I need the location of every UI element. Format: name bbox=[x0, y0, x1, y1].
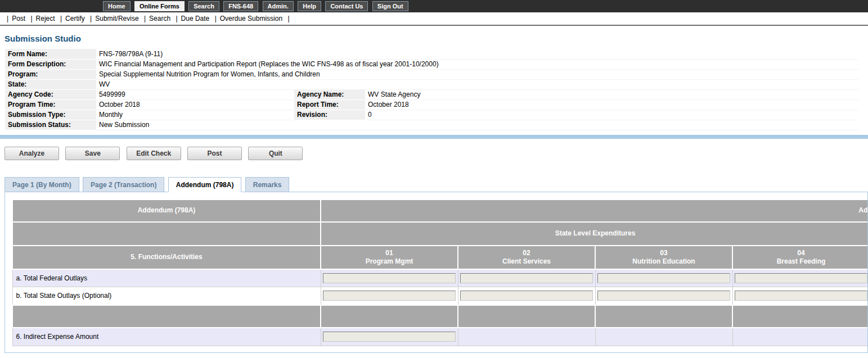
cell-a-03 bbox=[595, 269, 732, 287]
edit-check-button[interactable]: Edit Check bbox=[127, 147, 181, 160]
column-name: Breast Feeding bbox=[777, 257, 826, 265]
addendum-title-cell: Addendum (798A) bbox=[12, 200, 321, 222]
program-time-value: October 2018 bbox=[96, 99, 294, 110]
form-name-label: Form Name: bbox=[5, 49, 96, 59]
input-total-state-outlays-04[interactable] bbox=[735, 291, 867, 301]
menu-separator: | bbox=[144, 15, 146, 22]
detail-row: Program Time: October 2018 Report Time: … bbox=[5, 99, 858, 110]
cell-indirect-04 bbox=[732, 328, 868, 346]
save-button[interactable]: Save bbox=[65, 147, 120, 160]
state-label: State: bbox=[5, 79, 96, 89]
menu-separator: | bbox=[287, 15, 289, 22]
tab-page-1-by-month[interactable]: Page 1 (By Month) bbox=[5, 177, 79, 192]
cell-a-01 bbox=[321, 269, 458, 287]
nav-home[interactable]: Home bbox=[103, 1, 131, 11]
program-label: Program: bbox=[5, 69, 96, 79]
agency-name-value: WV State Agency bbox=[365, 89, 858, 99]
menu-separator: | bbox=[176, 15, 177, 22]
input-total-state-outlays-01[interactable] bbox=[323, 291, 456, 301]
detail-row: State: WV bbox=[5, 79, 858, 89]
row-indirect-expense: 6. Indirect Expense Amount bbox=[12, 328, 868, 346]
cell-indirect-01 bbox=[321, 328, 458, 346]
menu-reject[interactable]: Reject bbox=[36, 15, 55, 22]
column-name: Nutrition Education bbox=[632, 257, 695, 265]
menu-search[interactable]: Search bbox=[149, 15, 170, 22]
form-description-label: Form Description: bbox=[5, 59, 96, 69]
quit-button[interactable]: Quit bbox=[248, 147, 303, 160]
input-total-federal-outlays-02[interactable] bbox=[460, 273, 593, 283]
submission-details-table: Form Name: FNS-798/798A (9-11) Form Desc… bbox=[5, 49, 858, 130]
input-total-federal-outlays-03[interactable] bbox=[597, 273, 730, 283]
input-total-federal-outlays-01[interactable] bbox=[323, 273, 456, 283]
column-code: 02 bbox=[523, 249, 530, 257]
submission-status-value: New Submission bbox=[96, 120, 858, 130]
revision-label: Revision: bbox=[294, 110, 365, 120]
empty-header-cell bbox=[12, 222, 321, 246]
nav-sign-out[interactable]: Sign Out bbox=[372, 1, 408, 11]
menu-due-date[interactable]: Due Date bbox=[181, 15, 210, 22]
nav-online-forms[interactable]: Online Forms bbox=[134, 1, 185, 11]
program-time-label: Program Time: bbox=[5, 99, 96, 110]
toolbar: Analyze Save Edit Check Post Quit bbox=[5, 147, 868, 160]
input-total-state-outlays-03[interactable] bbox=[597, 291, 730, 301]
spacer-cell bbox=[458, 305, 595, 328]
cell-indirect-03 bbox=[595, 328, 732, 346]
column-header-01: 01Program Mgmt bbox=[321, 246, 458, 269]
nav-admin[interactable]: Admin. bbox=[263, 1, 294, 11]
agency-code-value: 5499999 bbox=[96, 89, 294, 99]
program-value: Special Supplemental Nutrition Program f… bbox=[96, 69, 858, 79]
menu-submit-revise[interactable]: Submit/Revise bbox=[95, 15, 138, 22]
functions-activities-header: 5. Functions/Activities bbox=[12, 246, 321, 269]
addendum-tab-panel: Addendum (798A) Add State Level Expendit… bbox=[5, 192, 868, 353]
row-total-state-outlays: b. Total State Outlays (Optional) bbox=[12, 287, 868, 305]
spacer-cell bbox=[595, 305, 732, 328]
nav-fns-648[interactable]: FNS-648 bbox=[223, 1, 258, 11]
form-name-value: FNS-798/798A (9-11) bbox=[96, 49, 858, 59]
agency-code-label: Agency Code: bbox=[5, 89, 96, 99]
post-button[interactable]: Post bbox=[187, 147, 242, 160]
report-time-value: October 2018 bbox=[365, 99, 858, 110]
column-header-02: 02Client Services bbox=[458, 246, 595, 269]
submission-status-label: Submission Status: bbox=[5, 120, 96, 130]
nav-help[interactable]: Help bbox=[298, 1, 321, 11]
detail-row: Form Description: WIC Financial Manageme… bbox=[5, 59, 858, 69]
detail-row: Submission Status: New Submission bbox=[5, 120, 858, 130]
menu-certify[interactable]: Certify bbox=[65, 15, 85, 22]
section-header-row: State Level Expenditures bbox=[12, 222, 868, 246]
spacer-cell bbox=[321, 305, 458, 328]
top-navigation: Home Online Forms Search FNS-648 Admin. … bbox=[0, 0, 868, 12]
report-time-label: Report Time: bbox=[294, 99, 365, 110]
detail-row: Submission Type: Monthly Revision: 0 bbox=[5, 110, 858, 120]
state-value: WV bbox=[96, 79, 858, 89]
cell-b-01 bbox=[321, 287, 458, 305]
input-indirect-expense-amount[interactable] bbox=[323, 332, 456, 342]
cell-a-04 bbox=[732, 269, 868, 287]
input-total-state-outlays-02[interactable] bbox=[460, 291, 593, 301]
column-code: 03 bbox=[660, 249, 667, 257]
menu-overdue-submission[interactable]: Overdue Submission bbox=[220, 15, 282, 22]
submission-menubar: |Post |Reject |Certify |Submit/Revise |S… bbox=[0, 12, 868, 26]
column-header-row: 5. Functions/Activities 01Program Mgmt 0… bbox=[12, 246, 868, 269]
menu-separator: | bbox=[215, 15, 217, 22]
column-name: Client Services bbox=[502, 257, 551, 265]
cell-a-02 bbox=[458, 269, 595, 287]
row-label: 6. Indirect Expense Amount bbox=[12, 328, 321, 346]
analyze-button[interactable]: Analyze bbox=[5, 147, 59, 160]
submission-type-value: Monthly bbox=[96, 110, 294, 120]
nav-search[interactable]: Search bbox=[188, 1, 219, 11]
submission-type-label: Submission Type: bbox=[5, 110, 96, 120]
cell-b-03 bbox=[595, 287, 732, 305]
row-total-federal-outlays: a. Total Federal Outlays bbox=[12, 269, 868, 287]
cell-b-04 bbox=[732, 287, 868, 305]
tab-addendum-798a[interactable]: Addendum (798A) bbox=[168, 177, 242, 192]
cell-indirect-02 bbox=[458, 328, 595, 346]
nav-contact-us[interactable]: Contact Us bbox=[325, 1, 368, 11]
tab-page-2-transaction[interactable]: Page 2 (Transaction) bbox=[83, 177, 164, 192]
input-total-federal-outlays-04[interactable] bbox=[735, 273, 867, 283]
tab-remarks[interactable]: Remarks bbox=[245, 177, 290, 192]
menu-separator: | bbox=[90, 15, 92, 22]
addendum-table: Addendum (798A) Add State Level Expendit… bbox=[12, 199, 868, 347]
menu-separator: | bbox=[60, 15, 62, 22]
column-header-04: 04Breast Feeding bbox=[732, 246, 868, 269]
menu-post[interactable]: Post bbox=[12, 15, 25, 22]
